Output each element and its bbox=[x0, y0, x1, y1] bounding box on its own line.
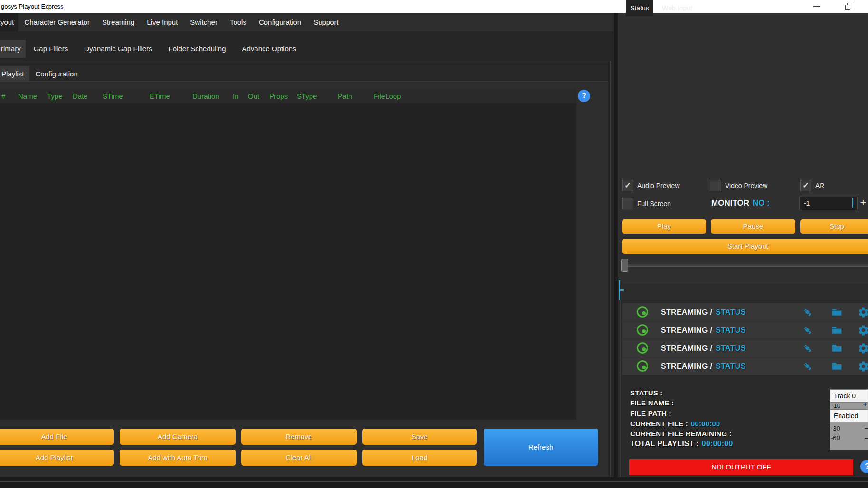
gear-icon[interactable] bbox=[858, 324, 868, 336]
gear-icon[interactable] bbox=[858, 342, 868, 354]
pause-button[interactable]: Pause bbox=[711, 219, 795, 234]
tab-playlist[interactable]: Playlist bbox=[0, 66, 29, 81]
minimize-button[interactable] bbox=[808, 0, 825, 13]
plug-icon[interactable] bbox=[802, 324, 813, 336]
monitor-increment-button[interactable]: + bbox=[858, 196, 868, 209]
minimize-icon bbox=[813, 6, 820, 7]
col-etime[interactable]: ETime bbox=[150, 89, 170, 103]
refresh-button[interactable]: Refresh bbox=[484, 429, 598, 466]
total-playlist-line: TOTAL PLAYLIST :00:00:00 bbox=[630, 440, 733, 449]
module-tabs: rimary Gap Fillers Dyanamic Gap Fillers … bbox=[0, 40, 304, 58]
add-camera-button[interactable]: Add Camera bbox=[120, 429, 236, 445]
tab-dynamic-gap-fillers[interactable]: Dyanamic Gap Fillers bbox=[76, 40, 160, 58]
play-button[interactable]: Play bbox=[622, 219, 706, 234]
folder-icon[interactable] bbox=[831, 360, 843, 372]
video-preview-label: Video Preview bbox=[725, 182, 767, 189]
record-icon bbox=[637, 324, 648, 336]
col-type[interactable]: Type bbox=[47, 89, 63, 103]
record-icon bbox=[637, 342, 648, 354]
tab-folder-scheduling[interactable]: Folder Scheduling bbox=[160, 40, 234, 58]
col-fileloop[interactable]: FileLoop bbox=[374, 89, 401, 103]
menu-item-streaming[interactable]: Streaming bbox=[96, 13, 141, 31]
playlist-table-body[interactable] bbox=[0, 103, 576, 420]
plug-icon[interactable] bbox=[802, 306, 813, 318]
current-file-value: 00:00:00 bbox=[691, 420, 720, 428]
menu-item-switcher[interactable]: Switcher bbox=[184, 13, 224, 31]
plug-icon[interactable] bbox=[802, 360, 813, 372]
stream-row-2: STREAMING /STATUS bbox=[622, 321, 868, 339]
current-file-remaining-line: CURRENT FILE REMAINING : bbox=[630, 430, 732, 439]
menu-item-character-generator[interactable]: Character Generator bbox=[18, 13, 96, 31]
monitor-no-label: MONITORNO : bbox=[711, 197, 770, 210]
menu-item-playout[interactable]: yout bbox=[0, 13, 18, 31]
file-path-line: FILE PATH : bbox=[630, 409, 671, 419]
full-screen-checkbox[interactable] bbox=[622, 198, 633, 209]
audio-preview-checkbox[interactable]: ✓ bbox=[622, 180, 633, 191]
load-button[interactable]: Load bbox=[362, 450, 477, 466]
folder-icon[interactable] bbox=[831, 306, 843, 318]
col-number[interactable]: # bbox=[1, 89, 5, 103]
meter-plus-mark: + bbox=[863, 401, 868, 407]
folder-icon[interactable] bbox=[831, 324, 843, 336]
tab-web-input[interactable]: Web Input bbox=[653, 0, 701, 16]
add-file-button[interactable]: Add File bbox=[0, 429, 114, 445]
window-frame-bottom bbox=[0, 477, 868, 488]
col-in[interactable]: In bbox=[233, 89, 239, 103]
gear-icon[interactable] bbox=[858, 306, 868, 318]
tab-primary[interactable]: rimary bbox=[0, 40, 26, 58]
title-bar: gosys Playout Express bbox=[0, 0, 868, 13]
tab-status[interactable]: Status bbox=[626, 0, 653, 16]
video-preview-checkbox[interactable] bbox=[710, 180, 721, 191]
col-date[interactable]: Date bbox=[73, 89, 88, 103]
text-caret bbox=[852, 198, 853, 208]
start-playout-button[interactable]: Start Playout bbox=[622, 239, 868, 254]
tab-configuration[interactable]: Configuration bbox=[29, 66, 84, 81]
menu-item-live-input[interactable]: Live Input bbox=[141, 13, 184, 31]
add-playlist-button[interactable]: Add Playlist bbox=[0, 450, 114, 466]
restore-button[interactable] bbox=[840, 0, 857, 13]
clear-all-button[interactable]: Clear All bbox=[241, 450, 357, 466]
col-stime[interactable]: STime bbox=[103, 89, 123, 103]
col-duration[interactable]: Duration bbox=[192, 89, 219, 103]
stop-button[interactable]: Stop bbox=[800, 219, 868, 234]
help-icon[interactable]: ? bbox=[578, 90, 590, 102]
meter-scale-60: -60 bbox=[831, 435, 840, 441]
plug-icon[interactable] bbox=[802, 342, 813, 354]
window-title: gosys Playout Express bbox=[1, 0, 64, 13]
add-with-auto-trim-button[interactable]: Add with Auto Trim bbox=[120, 450, 236, 466]
menu-item-configuration[interactable]: Configuration bbox=[253, 13, 307, 31]
col-path[interactable]: Path bbox=[338, 89, 352, 103]
remove-button[interactable]: Remove bbox=[241, 429, 357, 445]
file-name-line: FILE NAME : bbox=[630, 399, 674, 408]
menu-item-tools[interactable]: Tools bbox=[224, 13, 253, 31]
status-tab-bar bbox=[618, 284, 868, 300]
ar-checkbox[interactable]: ✓ bbox=[800, 180, 811, 191]
meter-scale-30: -30 bbox=[831, 425, 840, 432]
ar-label: AR bbox=[815, 182, 824, 189]
ndi-output-button[interactable]: NDI OUTPUT OFF bbox=[629, 459, 854, 476]
stream-row-1: STREAMING /STATUS bbox=[622, 303, 868, 321]
tab-gap-fillers[interactable]: Gap Fillers bbox=[26, 40, 76, 58]
audio-preview-label: Audio Preview bbox=[637, 182, 680, 189]
col-props[interactable]: Props bbox=[269, 89, 288, 103]
tab-advance-options[interactable]: Advance Options bbox=[234, 40, 304, 58]
playlist-tabs: Playlist Configuration bbox=[0, 66, 84, 81]
meter-scale-10: -10 bbox=[832, 403, 840, 409]
monitor-number-input[interactable]: -1 bbox=[799, 197, 858, 210]
col-out[interactable]: Out bbox=[248, 89, 259, 103]
full-screen-label: Full Screen bbox=[637, 200, 671, 207]
menu-item-support[interactable]: Support bbox=[307, 13, 345, 31]
save-button[interactable]: Save bbox=[362, 429, 477, 445]
col-name[interactable]: Name bbox=[18, 89, 37, 103]
gear-icon[interactable] bbox=[858, 360, 868, 372]
total-playlist-value: 00:00:00 bbox=[702, 440, 733, 448]
folder-icon[interactable] bbox=[831, 342, 843, 354]
panel-divider bbox=[614, 13, 618, 488]
enabled-select[interactable]: Enabled bbox=[830, 409, 868, 422]
track-select[interactable]: Track 0 bbox=[830, 389, 868, 403]
seek-slider-handle[interactable] bbox=[621, 259, 628, 272]
stream-row-4: STREAMING /STATUS bbox=[622, 357, 868, 375]
col-stype[interactable]: SType bbox=[297, 89, 317, 103]
seek-slider-track[interactable] bbox=[622, 264, 868, 267]
stream-row-3: STREAMING /STATUS bbox=[622, 339, 868, 357]
